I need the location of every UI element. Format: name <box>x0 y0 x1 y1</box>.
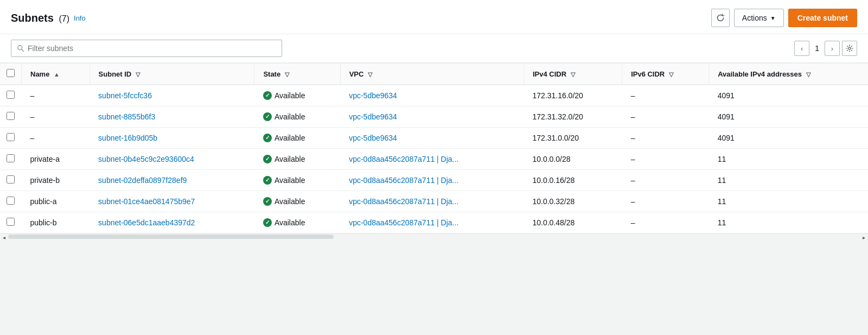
table-row: private-asubnet-0b4e5c9c2e93600c4Availab… <box>0 149 868 170</box>
col-header-available-ipv4[interactable]: Available IPv4 addresses ▽ <box>709 64 868 85</box>
svg-point-2 <box>848 47 851 49</box>
scroll-right-arrow[interactable]: ▸ <box>860 234 868 240</box>
next-icon: › <box>831 45 833 53</box>
row-available-ipv4: 11 <box>709 191 868 212</box>
table-row: –subnet-8855b6f3Availablevpc-5dbe9634172… <box>0 106 868 128</box>
vpc-link[interactable]: vpc-5dbe9634 <box>349 112 397 121</box>
refresh-button[interactable] <box>711 9 730 27</box>
row-state: Available <box>254 106 340 128</box>
subnet-id-link[interactable]: subnet-0b4e5c9c2e93600c4 <box>98 155 194 163</box>
available-status-icon <box>263 197 272 206</box>
select-all-header <box>0 64 22 85</box>
vpc-link[interactable]: vpc-5dbe9634 <box>349 134 397 142</box>
row-ipv4-cidr: 10.0.0.16/28 <box>524 170 622 191</box>
title-text: Subnets <box>11 12 54 24</box>
table-row: –subnet-5fccfc36Availablevpc-5dbe9634172… <box>0 85 868 106</box>
chevron-down-icon: ▼ <box>770 15 776 21</box>
col-header-vpc[interactable]: VPC ▽ <box>340 64 524 85</box>
state-text: Available <box>275 197 305 206</box>
info-link[interactable]: Info <box>74 14 86 22</box>
svg-line-1 <box>22 49 24 52</box>
col-header-ipv4-cidr[interactable]: IPv4 CIDR ▽ <box>524 64 622 85</box>
table-row: private-bsubnet-02deffa0897f28ef9Availab… <box>0 170 868 191</box>
scrollbar-track <box>8 235 334 239</box>
col-header-name[interactable]: Name ▲ <box>22 64 90 85</box>
available-status-icon <box>263 91 272 100</box>
next-page-button[interactable]: › <box>825 41 840 56</box>
row-checkbox[interactable] <box>7 197 15 205</box>
scroll-left-arrow[interactable]: ◂ <box>0 234 8 240</box>
subnet-id-link[interactable]: subnet-5fccfc36 <box>98 91 152 100</box>
row-name: – <box>22 106 90 128</box>
row-checkbox-cell <box>0 128 22 149</box>
row-subnet-id: subnet-5fccfc36 <box>90 85 254 106</box>
subnets-table: Name ▲ Subnet ID ▽ State ▽ VPC ▽ <box>0 63 868 233</box>
row-name: – <box>22 128 90 149</box>
col-header-state[interactable]: State ▽ <box>254 64 340 85</box>
select-all-checkbox[interactable] <box>7 69 15 77</box>
settings-button[interactable] <box>842 41 857 56</box>
subnet-id-link[interactable]: subnet-06e5dc1aaeb4397d2 <box>98 218 195 227</box>
row-vpc: vpc-0d8aa456c2087a711 | Dja... <box>340 149 524 170</box>
row-checkbox[interactable] <box>7 154 15 162</box>
row-vpc: vpc-0d8aa456c2087a711 | Dja... <box>340 212 524 233</box>
row-checkbox[interactable] <box>7 91 15 99</box>
table-header-row: Name ▲ Subnet ID ▽ State ▽ VPC ▽ <box>0 64 868 85</box>
row-checkbox-cell <box>0 170 22 191</box>
subnet-id-link[interactable]: subnet-16b9d05b <box>98 134 157 142</box>
row-vpc: vpc-5dbe9634 <box>340 128 524 149</box>
state-text: Available <box>275 134 305 142</box>
row-state: Available <box>254 191 340 212</box>
col-header-subnet-id[interactable]: Subnet ID ▽ <box>90 64 254 85</box>
available-status-icon <box>263 218 272 227</box>
search-box <box>11 40 282 57</box>
prev-icon: ‹ <box>801 45 803 53</box>
subnet-id-link[interactable]: subnet-02deffa0897f28ef9 <box>98 176 187 185</box>
row-checkbox-cell <box>0 212 22 233</box>
row-ipv6-cidr: – <box>622 85 709 106</box>
row-subnet-id: subnet-16b9d05b <box>90 128 254 149</box>
state-text: Available <box>275 91 305 100</box>
search-input[interactable] <box>28 44 276 53</box>
actions-button[interactable]: Actions ▼ <box>734 9 784 27</box>
row-state: Available <box>254 85 340 106</box>
available-status-icon <box>263 176 272 185</box>
row-name: private-b <box>22 170 90 191</box>
refresh-icon <box>716 14 725 22</box>
row-checkbox[interactable] <box>7 112 15 120</box>
row-state: Available <box>254 170 340 191</box>
row-checkbox[interactable] <box>7 133 15 141</box>
row-ipv4-cidr: 10.0.0.32/28 <box>524 191 622 212</box>
prev-page-button[interactable]: ‹ <box>794 41 809 56</box>
create-subnet-button[interactable]: Create subnet <box>788 9 857 27</box>
vpc-link[interactable]: vpc-5dbe9634 <box>349 91 397 100</box>
vpc-link[interactable]: vpc-0d8aa456c2087a711 | Dja... <box>349 197 458 206</box>
subnet-id-link[interactable]: subnet-01ce4ae081475b9e7 <box>98 197 195 206</box>
sort-ipv6-icon: ▽ <box>669 71 673 78</box>
row-checkbox-cell <box>0 149 22 170</box>
vpc-link[interactable]: vpc-0d8aa456c2087a711 | Dja... <box>349 218 458 227</box>
row-ipv6-cidr: – <box>622 128 709 149</box>
row-checkbox[interactable] <box>7 175 15 184</box>
table-wrapper: Name ▲ Subnet ID ▽ State ▽ VPC ▽ <box>0 63 868 233</box>
row-name: public-b <box>22 212 90 233</box>
vpc-link[interactable]: vpc-0d8aa456c2087a711 | Dja... <box>349 176 458 185</box>
table-row: public-bsubnet-06e5dc1aaeb4397d2Availabl… <box>0 212 868 233</box>
state-text: Available <box>275 218 305 227</box>
row-ipv6-cidr: – <box>622 212 709 233</box>
vpc-link[interactable]: vpc-0d8aa456c2087a711 | Dja... <box>349 155 458 163</box>
page-title: Subnets (7) <box>11 12 69 24</box>
header-left: Subnets (7) Info <box>11 12 86 24</box>
col-header-ipv6-cidr[interactable]: IPv6 CIDR ▽ <box>622 64 709 85</box>
row-available-ipv4: 11 <box>709 149 868 170</box>
table-row: –subnet-16b9d05bAvailablevpc-5dbe9634172… <box>0 128 868 149</box>
row-available-ipv4: 11 <box>709 170 868 191</box>
row-vpc: vpc-5dbe9634 <box>340 85 524 106</box>
actions-label: Actions <box>742 14 767 22</box>
subnet-id-link[interactable]: subnet-8855b6f3 <box>98 112 155 121</box>
horizontal-scrollbar[interactable]: ◂ ▸ <box>0 233 868 240</box>
header-right: Actions ▼ Create subnet <box>711 9 857 27</box>
row-checkbox[interactable] <box>7 218 15 226</box>
row-vpc: vpc-0d8aa456c2087a711 | Dja... <box>340 191 524 212</box>
row-ipv4-cidr: 172.31.32.0/20 <box>524 106 622 128</box>
